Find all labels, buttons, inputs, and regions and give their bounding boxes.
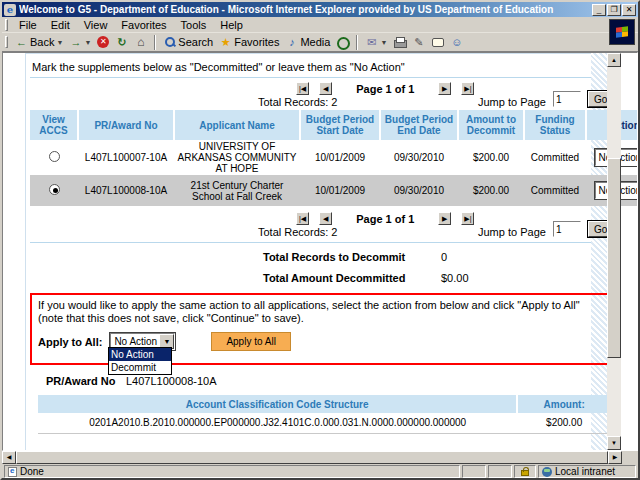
close-button[interactable]: ✕	[622, 4, 636, 16]
col-budget-start: Budget Period Start Date	[300, 110, 380, 140]
funding-status-cell: Committed	[524, 140, 586, 175]
jump-to-page-input[interactable]	[553, 221, 581, 237]
stop-icon: ✕	[97, 36, 109, 48]
home-icon: ⌂	[134, 36, 147, 49]
first-page-button[interactable]: |◀	[296, 212, 309, 225]
horizontal-scroll-thumb[interactable]	[16, 451, 608, 464]
accs-row: 0201A2010.B.2010.000000.EP000000.J32.410…	[38, 413, 611, 433]
accs-radio[interactable]	[49, 151, 60, 162]
back-label: Back	[30, 36, 54, 48]
horizontal-scrollbar[interactable]: ◀ ▶	[2, 451, 638, 464]
toolbar: ← Back ▼ → ▼ ✕ ↻ ⌂ Search ★ Favorites ♪ …	[2, 33, 638, 52]
last-page-button[interactable]: ▶|	[461, 82, 474, 95]
col-applicant-name: Applicant Name	[174, 110, 300, 140]
stop-button[interactable]: ✕	[94, 35, 112, 49]
browser-window: e Welcome to G5 - Department of Educatio…	[0, 0, 640, 480]
minimize-button[interactable]: _	[592, 4, 606, 16]
applicant-cell: 21st Century Charter School at Fall Cree…	[174, 175, 300, 206]
back-dropdown-icon[interactable]: ▼	[56, 39, 63, 46]
dropdown-option-decommit[interactable]: Decommit	[109, 361, 171, 374]
mail-icon: ✉	[365, 36, 378, 49]
total-records-decommit-label: Total Records to Decommit	[263, 251, 413, 263]
messenger-button[interactable]: ☺	[447, 35, 466, 50]
mail-button[interactable]: ✉ ▼	[362, 35, 390, 50]
jump-to-page-input[interactable]	[553, 91, 581, 107]
favorites-label: Favorites	[234, 36, 279, 48]
vertical-scroll-thumb[interactable]	[607, 158, 621, 358]
toolbar-grip[interactable]	[5, 19, 8, 31]
table-row: L407L100008-10A 21st Century Charter Sch…	[30, 175, 638, 206]
toolbar-grip-2[interactable]	[5, 36, 8, 48]
page-indicator: Page 1 of 1	[356, 213, 414, 225]
restore-button[interactable]: ❐	[607, 4, 621, 16]
intranet-zone-icon	[542, 467, 552, 477]
menu-favorites[interactable]: Favorites	[114, 18, 173, 32]
apply-to-all-button[interactable]: Apply to All	[211, 332, 290, 351]
browser-viewport: Mark the supplements below as "Decommitt…	[2, 52, 638, 451]
accs-table: Account Classification Code Structure Am…	[38, 395, 612, 434]
forward-icon: →	[69, 36, 82, 49]
pagination-top: |◀ ◀ Page 1 of 1 ▶ ▶| Total Records: 2 J…	[30, 80, 591, 110]
refresh-icon: ↻	[115, 36, 128, 49]
menu-tools[interactable]: Tools	[174, 18, 214, 32]
dropdown-option-no-action[interactable]: No Action	[109, 348, 171, 361]
total-amount-decommitted-value: $0.00	[441, 272, 469, 284]
prev-page-button[interactable]: ◀	[319, 82, 332, 95]
status-panel-empty	[488, 465, 512, 478]
security-zone-panel: Local intranet	[538, 465, 636, 478]
table-row: L407L100007-10A UNIVERSITY OF ARKANSAS C…	[30, 140, 638, 175]
scroll-down-icon[interactable]: ▼	[607, 436, 621, 450]
pr-award-no-value: L407L100008-10A	[126, 375, 217, 387]
scroll-left-icon[interactable]: ◀	[2, 451, 16, 464]
security-panel	[514, 465, 536, 478]
mail-dropdown-icon[interactable]: ▼	[380, 39, 387, 46]
next-page-button[interactable]: ▶	[438, 82, 451, 95]
menu-file[interactable]: File	[12, 18, 44, 32]
col-amount: Amount to Decommit	[458, 110, 524, 140]
end-date-cell: 09/30/2010	[380, 175, 458, 206]
jump-to-page-label: Jump to Page	[478, 226, 546, 238]
last-page-button[interactable]: ▶|	[461, 212, 474, 225]
menu-edit[interactable]: Edit	[44, 18, 77, 32]
start-date-cell: 10/01/2009	[300, 175, 380, 206]
page-indicator: Page 1 of 1	[356, 83, 414, 95]
forward-dropdown-icon[interactable]: ▼	[84, 39, 91, 46]
edit-button[interactable]: ✎	[409, 35, 428, 50]
jump-to-page-label: Jump to Page	[478, 96, 546, 108]
prev-page-button[interactable]: ◀	[319, 212, 332, 225]
history-button[interactable]	[333, 35, 352, 50]
amount-cell: $200.00	[458, 175, 524, 206]
col-budget-end: Budget Period End Date	[380, 110, 458, 140]
back-icon: ←	[15, 36, 28, 49]
home-button[interactable]: ⌂	[131, 35, 150, 50]
total-records-decommit-value: 0	[441, 251, 447, 263]
print-button[interactable]	[390, 35, 409, 50]
totals-section: Total Records to Decommit 0 Total Amount…	[263, 251, 591, 284]
award-detail: PR/Award No L407L100008-10A	[46, 375, 591, 387]
vertical-scrollbar[interactable]: ▲ ▼	[607, 53, 621, 450]
back-button[interactable]: ← Back ▼	[12, 35, 66, 50]
scrollbar-corner	[622, 451, 638, 464]
scroll-right-icon[interactable]: ▶	[608, 451, 622, 464]
media-label: Media	[300, 36, 330, 48]
print-icon	[393, 36, 406, 49]
menu-view[interactable]: View	[77, 18, 115, 32]
funding-status-cell: Committed	[524, 175, 586, 206]
scroll-up-icon[interactable]: ▲	[607, 53, 621, 67]
forward-button[interactable]: → ▼	[66, 35, 94, 50]
first-page-button[interactable]: |◀	[296, 82, 309, 95]
refresh-button[interactable]: ↻	[112, 35, 131, 50]
favorites-button[interactable]: ★ Favorites	[216, 35, 282, 50]
discuss-button[interactable]	[428, 35, 447, 50]
total-records: Total Records: 2	[258, 96, 337, 108]
menu-help[interactable]: Help	[213, 18, 250, 32]
media-button[interactable]: ♪ Media	[282, 35, 333, 50]
next-page-button[interactable]: ▶	[438, 212, 451, 225]
favorites-icon: ★	[219, 36, 232, 49]
accs-radio[interactable]	[49, 184, 60, 195]
media-icon: ♪	[285, 36, 298, 49]
award-no-cell: L407L100008-10A	[78, 175, 174, 206]
search-button[interactable]: Search	[160, 35, 216, 50]
edit-icon: ✎	[412, 36, 425, 49]
ie-logo-icon: e	[4, 4, 16, 16]
